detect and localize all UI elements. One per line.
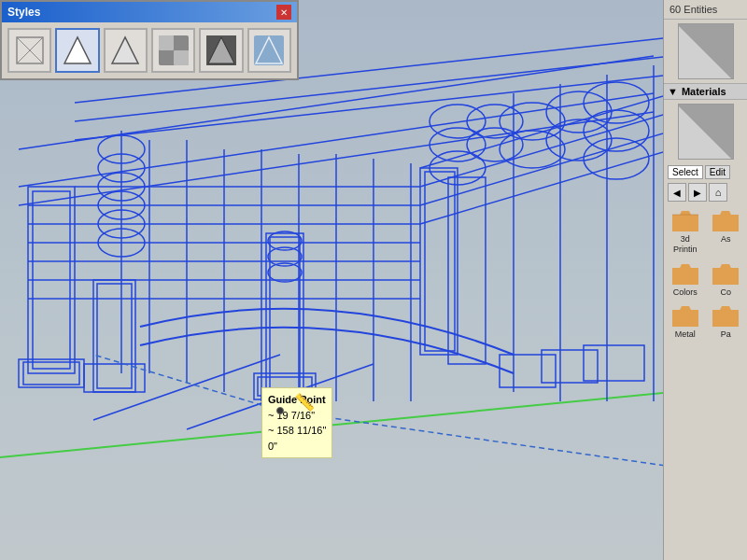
style-button-hidden-line[interactable] [55, 28, 99, 73]
material-preview [678, 23, 734, 79]
material-label-asphalt: As [721, 234, 731, 245]
material-label-colors: Colors [673, 287, 698, 298]
svg-rect-25 [270, 237, 300, 388]
nav-home-button[interactable]: ⌂ [709, 183, 727, 202]
svg-rect-24 [266, 233, 303, 392]
svg-line-54 [420, 112, 663, 187]
material-preview-2 [678, 104, 734, 160]
entities-count: 60 Entities [664, 0, 747, 20]
app-container: 📏 Guide Point ~ 19 7/16" ~ 158 11/16" 0"… [0, 0, 747, 560]
guide-point-y: ~ 158 11/16" [268, 425, 326, 436]
svg-marker-83 [112, 37, 138, 63]
svg-rect-86 [174, 50, 189, 65]
styles-titlebar: Styles ✕ [2, 2, 297, 22]
materials-label: Materials [682, 86, 726, 97]
material-item-3dprinting[interactable]: 3d Printin [666, 205, 705, 257]
material-item-paper[interactable]: Pa [707, 301, 746, 342]
style-button-monochrome[interactable] [199, 28, 243, 73]
material-item-colors[interactable]: Colors [666, 259, 705, 300]
material-item-concrete[interactable]: Co [707, 259, 746, 300]
material-tabs: Select Edit [664, 163, 747, 181]
materials-triangle-icon: ▼ [668, 86, 678, 97]
styles-close-button[interactable]: ✕ [276, 5, 291, 20]
guide-point-dot [276, 407, 284, 414]
material-item-metal[interactable]: Metal [666, 301, 705, 342]
material-label-3dprinting: 3d Printin [668, 234, 703, 255]
svg-line-56 [420, 149, 663, 224]
material-grid: 3d Printin As Colors [664, 203, 747, 343]
tape-measure-icon: 📏 [294, 392, 315, 413]
svg-rect-89 [254, 35, 284, 65]
wireframe-drawing [0, 0, 663, 560]
svg-point-40 [500, 131, 565, 168]
materials-header: ▼ Materials [664, 83, 747, 100]
material-label-paper: Pa [721, 329, 731, 340]
tab-select[interactable]: Select [668, 165, 703, 179]
styles-dialog: Styles ✕ [0, 0, 299, 80]
svg-rect-18 [93, 280, 135, 392]
material-item-asphalt[interactable]: As [707, 205, 746, 257]
svg-marker-82 [64, 37, 91, 63]
nav-back-button[interactable]: ◀ [668, 183, 686, 202]
svg-line-77 [280, 411, 663, 467]
styles-title: Styles [7, 6, 40, 19]
svg-rect-32 [448, 177, 486, 364]
tab-edit[interactable]: Edit [705, 165, 730, 179]
style-button-shaded-textured[interactable] [151, 28, 195, 73]
guide-point-z: 0" [268, 441, 277, 452]
3d-viewport[interactable]: 📏 Guide Point ~ 19 7/16" ~ 158 11/16" 0"… [0, 0, 663, 560]
material-label-metal: Metal [675, 329, 696, 340]
style-button-shaded[interactable] [104, 28, 148, 73]
material-nav: ◀ ▶ ⌂ [664, 181, 747, 203]
svg-rect-85 [159, 35, 174, 50]
material-label-concrete: Co [720, 287, 731, 298]
svg-rect-33 [425, 172, 455, 351]
svg-line-74 [75, 75, 663, 140]
nav-forward-button[interactable]: ▶ [688, 183, 707, 202]
styles-content [2, 22, 297, 78]
svg-rect-19 [97, 284, 132, 388]
right-panel: 60 Entities ▼ Materials Select Edit ◀ ▶ … [663, 0, 747, 560]
style-button-wireframe[interactable] [7, 28, 51, 73]
style-button-xray[interactable] [247, 28, 291, 73]
